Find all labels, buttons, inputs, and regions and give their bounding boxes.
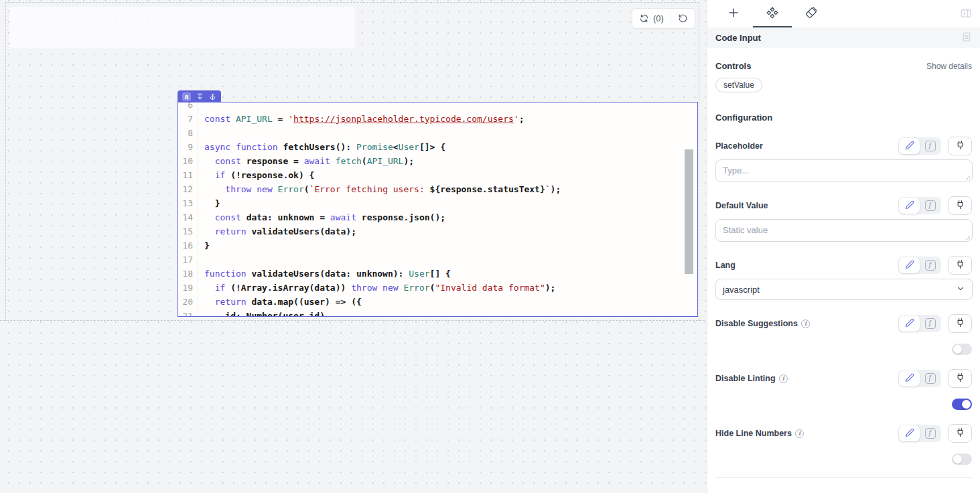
field-label-lang: Lang: [715, 261, 736, 270]
bind-data-button[interactable]: [948, 369, 972, 388]
code-line[interactable]: 7const API_URL = 'https://jsonplaceholde…: [178, 112, 697, 126]
disable-linting-toggle[interactable]: [952, 399, 972, 410]
tab-style[interactable]: [792, 0, 831, 27]
history-button[interactable]: [671, 9, 695, 28]
setvalue-method-chip[interactable]: setValue: [715, 78, 762, 92]
static-mode-button[interactable]: [899, 315, 920, 332]
history-icon: [678, 13, 688, 23]
code-line[interactable]: 20 return data.map((user) => ({: [178, 295, 697, 309]
plug-icon: [955, 200, 965, 212]
js-mode-button[interactable]: ƒ: [920, 370, 940, 386]
widget-docs-icon[interactable]: [961, 31, 972, 45]
code-text: throw new Error(`Error fetching users: $…: [198, 182, 561, 196]
function-icon: ƒ: [925, 373, 936, 384]
panel-body: Controls Show details setValue Configura…: [707, 61, 980, 478]
panel-bottom-divider: [715, 477, 972, 478]
function-icon: ƒ: [925, 141, 936, 151]
move-down-icon[interactable]: [196, 93, 204, 100]
line-number: 12: [178, 182, 198, 196]
code-line[interactable]: 17: [178, 253, 697, 267]
plug-icon: [955, 259, 965, 271]
pencil-icon: [905, 428, 914, 439]
field-label-text: Lang: [715, 261, 736, 270]
line-number: 19: [178, 281, 198, 295]
lang-select[interactable]: javascript: [715, 279, 973, 300]
info-icon[interactable]: i: [795, 429, 804, 438]
code-line[interactable]: 14 const data: unknown = await response.…: [178, 210, 697, 224]
code-line[interactable]: 12 throw new Error(`Error fetching users…: [178, 182, 697, 196]
field-label-hide-line-numbers: Hide Line Numbersi: [715, 429, 804, 438]
widgets-icon: [766, 6, 779, 22]
bind-data-button[interactable]: [948, 424, 972, 443]
line-number: 14: [178, 210, 198, 224]
code-editor-content[interactable]: 67const API_URL = 'https://jsonplacehold…: [178, 102, 697, 317]
refresh-errors-button[interactable]: (0): [632, 9, 671, 28]
widget-name-badge[interactable]: a: [182, 92, 191, 101]
js-mode-button[interactable]: ƒ: [920, 257, 940, 273]
line-number: 17: [178, 253, 198, 267]
static-mode-button[interactable]: [899, 425, 920, 441]
chevron-down-icon: [956, 284, 965, 295]
function-icon: ƒ: [925, 260, 936, 271]
bind-data-button[interactable]: [948, 256, 972, 275]
code-line[interactable]: 19 if (!Array.isArray(data)) throw new E…: [178, 281, 697, 295]
code-text: const data: unknown = await response.jso…: [198, 210, 445, 224]
field-label-disable-suggestions: Disable Suggestionsi: [715, 319, 810, 328]
disable-suggestions-toggle[interactable]: [952, 344, 972, 355]
field-label-default-value: Default Value: [715, 201, 768, 210]
js-mode-button[interactable]: ƒ: [920, 198, 940, 214]
binding-mode-control: ƒ: [898, 425, 941, 442]
empty-zone-widget[interactable]: [9, 7, 355, 48]
code-line[interactable]: 9async function fetchUsers(): Promise<Us…: [178, 140, 697, 154]
config-field-default-value: Default Valueƒ: [715, 196, 972, 242]
config-field-lang: Langƒjavascript: [715, 256, 972, 300]
bind-data-button[interactable]: [948, 137, 972, 155]
lang-value: javascript: [723, 285, 760, 295]
default-value-input[interactable]: [715, 219, 973, 242]
editor-canvas[interactable]: (0) a 67const API_URL = 'https://jsonpla…: [0, 0, 707, 493]
code-line[interactable]: 10 const response = await fetch(API_URL)…: [178, 154, 697, 168]
code-line[interactable]: 18function validateUsers(data: unknown):…: [178, 267, 697, 281]
code-line[interactable]: 11 if (!response.ok) {: [178, 168, 697, 182]
js-mode-button[interactable]: ƒ: [920, 315, 940, 332]
js-mode-button[interactable]: ƒ: [920, 425, 940, 441]
anchor-icon[interactable]: [209, 93, 216, 100]
pencil-icon: [905, 318, 914, 330]
code-text: const response = await fetch(API_URL);: [198, 154, 414, 168]
code-line[interactable]: 13 }: [178, 196, 697, 210]
config-field-hide-line-numbers: Hide Line Numbersiƒ: [715, 424, 972, 465]
static-mode-button[interactable]: [899, 198, 920, 214]
info-icon[interactable]: i: [779, 374, 788, 383]
static-mode-button[interactable]: [899, 138, 920, 154]
pencil-icon: [905, 373, 914, 384]
code-text: return validateUsers(data);: [198, 224, 356, 238]
placeholder-input[interactable]: [715, 159, 973, 182]
collapse-panel-icon[interactable]: [960, 7, 972, 22]
js-mode-button[interactable]: ƒ: [920, 138, 940, 154]
info-icon[interactable]: i: [801, 320, 810, 328]
line-number: 16: [178, 238, 198, 253]
bind-data-button[interactable]: [948, 314, 972, 333]
editor-scrollbar[interactable]: [685, 149, 693, 274]
code-line[interactable]: 15 return validateUsers(data);: [178, 224, 697, 238]
code-text: id: Number(user.id),: [198, 309, 330, 317]
tab-widget-properties[interactable]: [753, 0, 792, 27]
field-label-disable-linting: Disable Lintingi: [715, 374, 788, 383]
show-details-link[interactable]: Show details: [926, 62, 972, 71]
binding-mode-control: ƒ: [898, 257, 941, 274]
code-line[interactable]: 8: [178, 126, 697, 140]
plug-icon: [955, 140, 965, 152]
code-input-widget[interactable]: 67const API_URL = 'https://jsonplacehold…: [178, 102, 698, 317]
bind-data-button[interactable]: [948, 196, 972, 215]
panel-tabbar: [707, 0, 980, 27]
code-line[interactable]: 16}: [178, 238, 697, 253]
code-line[interactable]: 6: [178, 102, 697, 112]
line-number: 11: [178, 168, 198, 182]
tab-add-widget[interactable]: [714, 0, 753, 27]
line-number: 18: [178, 267, 198, 281]
static-mode-button[interactable]: [899, 370, 920, 386]
code-line[interactable]: 21 id: Number(user.id),: [178, 309, 697, 317]
toggle-knob: [962, 400, 971, 409]
hide-line-numbers-toggle[interactable]: [952, 453, 972, 465]
static-mode-button[interactable]: [899, 257, 920, 273]
